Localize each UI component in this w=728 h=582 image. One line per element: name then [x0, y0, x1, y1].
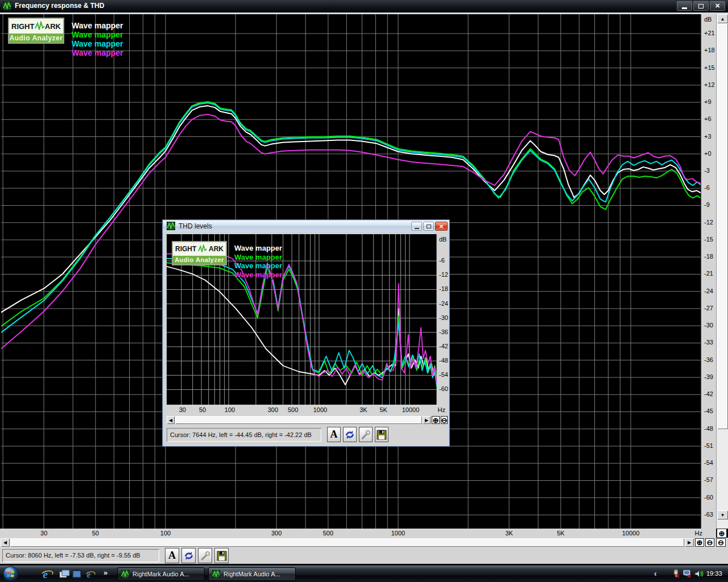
zoom-out-horizontal-button[interactable]: ⊖ — [705, 538, 714, 547]
x-tick-label: 300 — [262, 530, 291, 537]
tray-chevron[interactable]: ‹ — [654, 569, 657, 578]
minimize-button[interactable] — [677, 1, 692, 11]
internet-explorer-icon[interactable]: e — [41, 568, 53, 580]
y-tick-label: -39 — [704, 373, 713, 380]
y-tick-label: -24 — [439, 300, 448, 307]
taskbar-button-1[interactable]: RightMark Audio A... — [117, 567, 205, 581]
y-tick-label: -18 — [704, 253, 713, 260]
quick-launch-overflow-chevron[interactable]: » — [104, 568, 107, 577]
y-tick-label: -30 — [704, 322, 713, 329]
thd-font-button-label: A — [330, 429, 338, 440]
save-icon — [377, 430, 387, 440]
y-axis-unit: dB — [439, 236, 446, 243]
x-tick-label: 10000 — [617, 530, 645, 537]
horizontal-scrollbar[interactable]: ◀ ▶ ⊕ ⊖ ⊖ — [0, 538, 728, 547]
thd-scroll-left-button[interactable]: ◀ — [167, 416, 175, 424]
scroll-down-button[interactable]: ▼ — [717, 510, 728, 519]
y-tick-label: +15 — [704, 64, 715, 71]
thd-minimize-button[interactable] — [411, 222, 422, 231]
svg-text:e: e — [87, 569, 91, 579]
vertical-scroll-thumb[interactable] — [717, 23, 728, 429]
thd-scroll-right-button[interactable]: ▶ — [423, 416, 431, 424]
thd-maximize-button[interactable] — [423, 222, 434, 231]
show-desktop-icon[interactable] — [59, 569, 70, 579]
app-icon — [3, 2, 11, 10]
wrench-icon — [361, 430, 371, 440]
legend-item: Wave mapper — [72, 49, 123, 57]
zoom-out-vertical-button[interactable]: ⊖ — [716, 538, 726, 547]
close-button[interactable]: ✕ — [710, 1, 725, 11]
main-title-bar: Frequency response & THD ✕ — [0, 0, 728, 13]
svg-text:✕: ✕ — [675, 573, 680, 579]
cursor-readout-text: Cursor: 8060 Hz, left = -7.53 dB, right … — [6, 552, 140, 559]
x-tick-label: 1000 — [384, 530, 412, 537]
tray-power-icon[interactable]: ✕ — [671, 569, 681, 579]
vertical-scrollbar[interactable]: ▲ ▼ — [716, 14, 728, 529]
restore-button[interactable] — [693, 1, 709, 11]
taskbar-button-label: RightMark Audio A... — [133, 571, 189, 577]
thd-horizontal-scroll-thumb[interactable] — [175, 416, 422, 424]
scroll-up-button[interactable]: ▲ — [717, 14, 728, 23]
thd-app-icon — [167, 222, 175, 230]
close-icon: ✕ — [715, 2, 720, 10]
window-title: Frequency response & THD — [15, 2, 104, 10]
y-tick-label: -6 — [439, 257, 445, 264]
y-axis-unit: dB — [704, 16, 712, 23]
x-tick-label: 3K — [495, 530, 523, 537]
start-button[interactable] — [2, 566, 19, 582]
x-tick-label: 100 — [216, 406, 244, 413]
thd-zoom-out-button[interactable]: ⊖ — [441, 416, 448, 424]
y-tick-label: +6 — [704, 115, 712, 122]
settings-button[interactable] — [198, 548, 212, 563]
y-tick-label: -48 — [704, 425, 713, 432]
y-tick-label: -42 — [704, 390, 713, 397]
taskbar-clock[interactable]: 19:33 — [706, 570, 722, 577]
thd-close-button[interactable]: ✕ — [435, 222, 448, 231]
zoom-in-horizontal-button[interactable]: ⊕ — [695, 538, 704, 547]
legend-item: Wave mapper — [72, 31, 123, 39]
save-button[interactable] — [214, 548, 229, 563]
thd-settings-button[interactable] — [359, 427, 373, 442]
y-tick-label: -63 — [704, 511, 713, 518]
internet-explorer-small-icon[interactable]: e — [85, 569, 96, 580]
x-tick-label: 30 — [30, 530, 58, 537]
tray-network-icon[interactable]: ✕ — [682, 569, 692, 579]
x-tick-label: 500 — [279, 406, 307, 413]
thd-y-axis: dB-6-12-18-24-30-36-42-48-54-60 — [437, 234, 448, 405]
scroll-left-button[interactable]: ◀ — [1, 538, 10, 547]
flip3d-icon[interactable] — [72, 569, 82, 579]
wrench-icon — [200, 551, 210, 561]
cursor-readout: Cursor: 8060 Hz, left = -7.53 dB, right … — [2, 549, 159, 562]
zoom-in-vertical-button[interactable]: ⊕ — [717, 529, 727, 538]
scroll-right-button[interactable]: ▶ — [685, 538, 694, 547]
font-button[interactable]: A — [165, 548, 179, 563]
taskbar-button-2[interactable]: RightMark Audio A... — [208, 567, 296, 581]
horizontal-scroll-thumb[interactable] — [10, 538, 684, 547]
thd-save-button[interactable] — [375, 427, 388, 442]
y-tick-label: -6 — [704, 184, 710, 191]
thd-horizontal-scrollbar[interactable]: ◀ ▶ ⊕ ⊖ — [166, 415, 448, 425]
y-tick-label: +18 — [704, 47, 715, 53]
logo-text-left: RIGHT — [175, 245, 196, 253]
x-tick-label: 1000 — [306, 406, 334, 413]
legend-item: Wave mapper — [234, 244, 282, 252]
thd-zoom-in-button[interactable]: ⊕ — [432, 416, 440, 424]
tray-volume-icon[interactable] — [694, 569, 704, 579]
thd-refresh-button[interactable] — [343, 427, 357, 442]
thd-font-button[interactable]: A — [327, 427, 341, 442]
taskbar — [0, 566, 728, 582]
minimize-icon — [682, 7, 687, 9]
rmaa-grid-icon — [212, 570, 220, 578]
y-tick-label: +12 — [704, 81, 715, 88]
y-tick-label: -3 — [704, 167, 710, 174]
refresh-button[interactable] — [181, 548, 196, 563]
desktop: Frequency response & THD ✕ RIGHT ARK Aud… — [0, 0, 728, 582]
main-x-axis: 305010030050010003K5K10000Hz — [0, 529, 716, 538]
y-tick-label: -21 — [704, 270, 713, 277]
x-tick-label: 10000 — [396, 406, 425, 413]
y-tick-label: -27 — [704, 305, 713, 311]
rmaa-grid-icon — [121, 570, 129, 578]
x-tick-label: 50 — [81, 530, 110, 537]
thd-status-bar: Cursor: 7644 Hz, left = -44.45 dB, right… — [166, 426, 448, 446]
thd-title-bar: THD levels ✕ — [163, 221, 449, 232]
